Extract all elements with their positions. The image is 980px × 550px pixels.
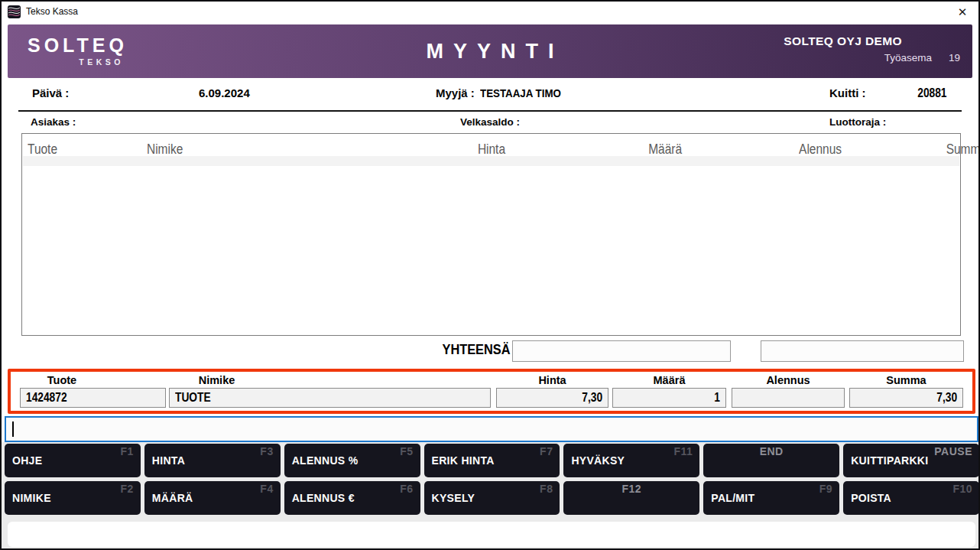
function-key-grid: F1OHJE F3HINTA F5ALENNUS % F7ERIK HINTA … — [5, 444, 979, 515]
entry-summa-label: Summa — [849, 373, 963, 388]
table-current-row-highlight — [23, 156, 959, 166]
close-icon[interactable]: ✕ — [954, 4, 971, 21]
maara-button[interactable]: F4MÄÄRÄ — [144, 481, 281, 515]
col-nimike: Nimike — [147, 142, 183, 158]
titlebar[interactable]: Tekso Kassa ✕ — [2, 2, 978, 22]
entry-group-hinta: Hinta 7,30 — [496, 373, 608, 408]
table-header-row: Tuote Nimike Hinta Määrä Alennus Summa — [22, 134, 960, 155]
entry-hinta-label: Hinta — [496, 373, 608, 388]
receipt-label: Kuitti : — [829, 86, 865, 99]
poista-button[interactable]: F10POISTA — [843, 481, 979, 515]
header-right-block: SOLTEQ OYJ DEMO Työasema19 — [784, 34, 972, 63]
total-label: YHTEENSÄ — [442, 341, 510, 358]
pal-mit-button[interactable]: F9PAL/MIT — [703, 481, 839, 515]
hinta-button[interactable]: F3HINTA — [144, 444, 281, 477]
receipt-number: 20881 — [917, 86, 946, 100]
seller-value: TESTAAJA TIMO — [480, 86, 561, 100]
end-button[interactable]: END — [703, 444, 839, 477]
table-body-empty — [22, 166, 960, 335]
entry-hinta-field[interactable]: 7,30 — [496, 388, 608, 408]
kysely-button[interactable]: F8KYSELY — [424, 481, 560, 515]
customer-label: Asiakas : — [31, 116, 76, 128]
sale-lines-table: Tuote Nimike Hinta Määrä Alennus Summa — [21, 133, 961, 336]
hyvaksy-button[interactable]: F11HYVÄKSY — [563, 444, 699, 477]
entry-group-tuote: Tuote 1424872 — [20, 373, 166, 408]
entry-tuote-label: Tuote — [20, 373, 104, 388]
solteq-app-icon — [8, 5, 21, 18]
seller-label: Myyjä : — [436, 86, 475, 99]
col-summa: Summa — [946, 142, 980, 158]
active-line-editor: Tuote 1424872 Nimike TUOTE Hinta 7,30 Mä… — [8, 369, 975, 414]
kuittiparkki-button[interactable]: PAUSEKUITTIPARKKI — [843, 444, 979, 477]
screen-header: SOLTEQ TEKSO MYYNTI SOLTEQ OYJ DEMO Työa… — [8, 24, 972, 78]
solteq-logo: SOLTEQ TEKSO — [28, 36, 128, 67]
seller-group: Myyjä :TESTAAJA TIMO — [436, 86, 574, 100]
page-title: MYYNTI — [416, 40, 563, 63]
entry-alennus-label: Alennus — [732, 373, 845, 388]
erik-hinta-button[interactable]: F7ERIK HINTA — [424, 444, 560, 477]
alennus-euro-button[interactable]: F6ALENNUS € — [284, 481, 420, 515]
text-cursor — [12, 421, 14, 437]
date-label: Päivä : — [32, 86, 69, 99]
entry-group-alennus: Alennus — [732, 373, 845, 408]
workstation-label: Työasema — [884, 52, 932, 63]
entry-maara-field[interactable]: 1 — [612, 388, 726, 408]
divider — [18, 110, 962, 112]
entry-nimike-field[interactable]: TUOTE — [169, 388, 491, 408]
credit-limit-label: Luottoraja : — [829, 116, 886, 128]
entry-maara-label: Määrä — [612, 373, 726, 388]
entry-group-nimike: Nimike TUOTE — [169, 373, 491, 408]
logo-primary-text: SOLTEQ — [28, 36, 128, 55]
entry-group-summa: Summa 7,30 — [849, 373, 963, 408]
total-amount-box — [512, 340, 731, 362]
col-hinta: Hinta — [478, 142, 505, 158]
alennus-prosentti-button[interactable]: F5ALENNUS % — [284, 444, 420, 477]
col-tuote: Tuote — [28, 142, 57, 158]
entry-summa-field[interactable]: 7,30 — [849, 388, 963, 408]
status-bar — [8, 522, 975, 547]
tekso-kassa-window: Tekso Kassa ✕ SOLTEQ TEKSO MYYNTI SOLTEQ… — [0, 0, 980, 550]
nimike-button[interactable]: F2NIMIKE — [5, 481, 141, 515]
window-title: Tekso Kassa — [26, 6, 78, 17]
logo-secondary-text: TEKSO — [28, 57, 128, 67]
workstation-number: 19 — [949, 52, 960, 63]
ohje-button[interactable]: F1OHJE — [5, 444, 141, 477]
f12-button[interactable]: F12 — [563, 481, 699, 515]
col-alennus: Alennus — [799, 142, 842, 158]
entry-nimike-label: Nimike — [169, 373, 264, 388]
entry-alennus-field[interactable] — [732, 388, 845, 408]
company-name: SOLTEQ OYJ DEMO — [784, 34, 972, 48]
customer-info-row: Asiakas : Velkasaldo : Luottoraja : — [2, 116, 978, 130]
command-input[interactable] — [5, 416, 978, 442]
total-secondary-box — [761, 340, 964, 362]
date-value: 6.09.2024 — [199, 86, 250, 99]
col-maara: Määrä — [648, 142, 682, 158]
workstation-info: Työasema19 — [784, 52, 972, 63]
entry-group-maara: Määrä 1 — [612, 373, 726, 408]
debt-balance-label: Velkasaldo : — [460, 116, 520, 128]
receipt-info-row: Päivä : 6.09.2024 Myyjä :TESTAAJA TIMO K… — [2, 86, 978, 103]
entry-tuote-field[interactable]: 1424872 — [20, 388, 166, 408]
